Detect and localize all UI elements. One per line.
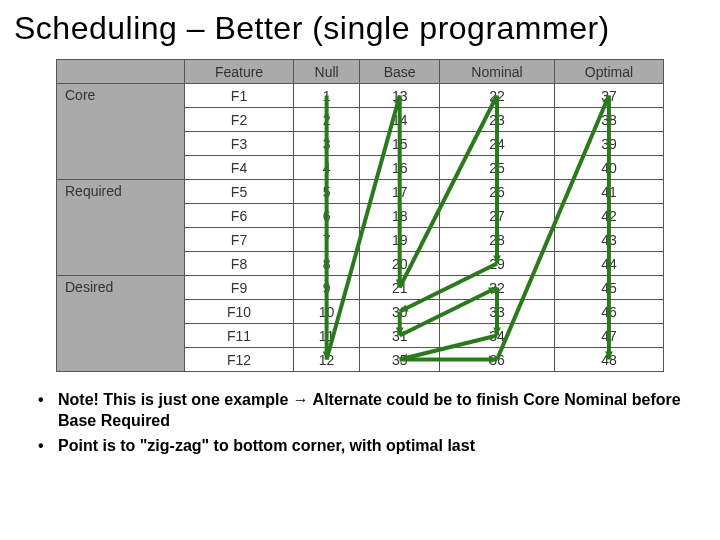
cell-nominal: 27 xyxy=(440,204,555,228)
cell-base: 17 xyxy=(360,180,440,204)
cell-nominal: 22 xyxy=(440,84,555,108)
col-blank xyxy=(57,60,185,84)
cell-base: 18 xyxy=(360,204,440,228)
cell-base: 16 xyxy=(360,156,440,180)
cell-null: 3 xyxy=(294,132,360,156)
cell-nominal: 36 xyxy=(440,348,555,372)
cell-feature: F5 xyxy=(184,180,293,204)
cell-null: 6 xyxy=(294,204,360,228)
cell-base: 30 xyxy=(360,300,440,324)
cell-feature: F7 xyxy=(184,228,293,252)
page-title: Scheduling – Better (single programmer) xyxy=(0,0,720,53)
cell-nominal: 33 xyxy=(440,300,555,324)
cell-nominal: 24 xyxy=(440,132,555,156)
cell-base: 20 xyxy=(360,252,440,276)
cell-feature: F10 xyxy=(184,300,293,324)
cell-optimal: 47 xyxy=(554,324,663,348)
cell-base: 19 xyxy=(360,228,440,252)
cell-feature: F1 xyxy=(184,84,293,108)
cell-feature: F3 xyxy=(184,132,293,156)
cell-feature: F12 xyxy=(184,348,293,372)
cell-feature: F11 xyxy=(184,324,293,348)
cell-feature: F9 xyxy=(184,276,293,300)
cell-null: 7 xyxy=(294,228,360,252)
schedule-table: Feature Null Base Nominal Optimal CoreF1… xyxy=(56,59,664,372)
col-null: Null xyxy=(294,60,360,84)
cell-null: 11 xyxy=(294,324,360,348)
cell-nominal: 26 xyxy=(440,180,555,204)
cell-nominal: 28 xyxy=(440,228,555,252)
note-item: Note! This is just one example → Alterna… xyxy=(30,390,690,432)
cell-null: 8 xyxy=(294,252,360,276)
cell-null: 12 xyxy=(294,348,360,372)
cell-feature: F2 xyxy=(184,108,293,132)
schedule-table-wrap: Feature Null Base Nominal Optimal CoreF1… xyxy=(56,59,664,372)
category-cell: Desired xyxy=(57,276,185,372)
cell-null: 10 xyxy=(294,300,360,324)
cell-base: 21 xyxy=(360,276,440,300)
cell-null: 5 xyxy=(294,180,360,204)
category-cell: Required xyxy=(57,180,185,276)
table-row: RequiredF55172641 xyxy=(57,180,664,204)
table-row: DesiredF99213245 xyxy=(57,276,664,300)
col-base: Base xyxy=(360,60,440,84)
cell-optimal: 40 xyxy=(554,156,663,180)
cell-null: 4 xyxy=(294,156,360,180)
header-row: Feature Null Base Nominal Optimal xyxy=(57,60,664,84)
cell-feature: F8 xyxy=(184,252,293,276)
col-feature: Feature xyxy=(184,60,293,84)
cell-nominal: 32 xyxy=(440,276,555,300)
cell-base: 35 xyxy=(360,348,440,372)
cell-nominal: 23 xyxy=(440,108,555,132)
cell-optimal: 45 xyxy=(554,276,663,300)
cell-optimal: 48 xyxy=(554,348,663,372)
cell-base: 14 xyxy=(360,108,440,132)
cell-optimal: 42 xyxy=(554,204,663,228)
cell-null: 1 xyxy=(294,84,360,108)
cell-optimal: 41 xyxy=(554,180,663,204)
cell-base: 13 xyxy=(360,84,440,108)
cell-base: 31 xyxy=(360,324,440,348)
note-item: Point is to "zig-zag" to bottom corner, … xyxy=(30,436,690,457)
cell-base: 15 xyxy=(360,132,440,156)
col-nominal: Nominal xyxy=(440,60,555,84)
notes-section: Note! This is just one example → Alterna… xyxy=(30,390,690,456)
cell-optimal: 37 xyxy=(554,84,663,108)
cell-nominal: 29 xyxy=(440,252,555,276)
cell-feature: F4 xyxy=(184,156,293,180)
cell-feature: F6 xyxy=(184,204,293,228)
cell-optimal: 43 xyxy=(554,228,663,252)
table-row: CoreF11132237 xyxy=(57,84,664,108)
cell-optimal: 46 xyxy=(554,300,663,324)
cell-optimal: 39 xyxy=(554,132,663,156)
cell-null: 9 xyxy=(294,276,360,300)
cell-nominal: 25 xyxy=(440,156,555,180)
cell-nominal: 34 xyxy=(440,324,555,348)
cell-optimal: 44 xyxy=(554,252,663,276)
cell-optimal: 38 xyxy=(554,108,663,132)
col-optimal: Optimal xyxy=(554,60,663,84)
category-cell: Core xyxy=(57,84,185,180)
cell-null: 2 xyxy=(294,108,360,132)
